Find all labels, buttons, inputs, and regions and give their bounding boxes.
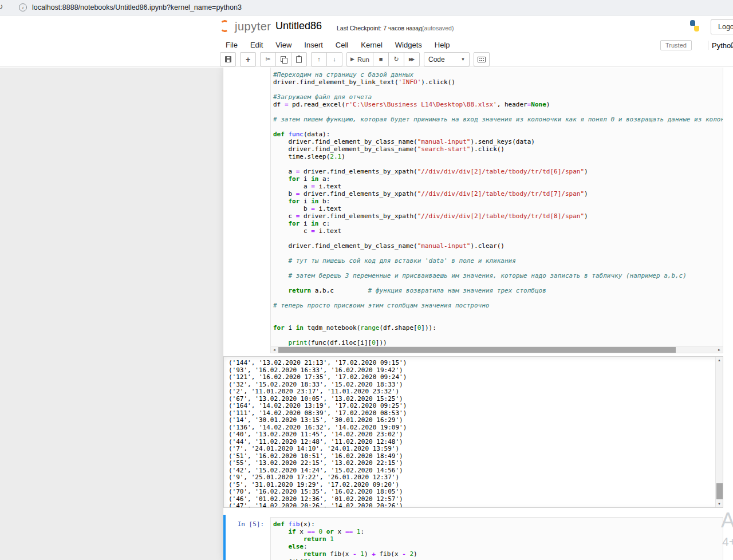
cell-type-value: Code <box>428 56 445 64</box>
horizontal-scrollbar-thumb[interactable] <box>278 347 676 353</box>
menu-item-kernel[interactable]: Kernel <box>354 38 389 52</box>
fast-forward-icon: ▶▶ <box>409 57 415 62</box>
cell-input-prompt: In [5]: <box>226 520 267 528</box>
menu-item-widgets[interactable]: Widgets <box>389 38 428 52</box>
menu-bar: File Edit View Insert Cell Kernel Widget… <box>0 38 456 52</box>
jupyter-logo[interactable]: jupyter <box>219 18 271 34</box>
dropdown-caret-icon: ▼ <box>461 57 465 61</box>
run-cell-button[interactable]: ▶ Run <box>346 52 373 66</box>
cell-type-dropdown[interactable]: Code ▼ <box>424 52 470 66</box>
output-text: ('144', '13.02.2020 21:13', '17.02.2020 … <box>224 357 715 507</box>
cut-cells-button[interactable]: ✂ <box>260 52 276 66</box>
jupyter-header: jupyter Untitled86 Last Checkpoint: 7 ча… <box>0 15 733 67</box>
browser-address-bar: ↻ i localhost:8888/notebooks/Untitled86.… <box>0 0 733 15</box>
move-cell-up-button[interactable]: ↑ <box>311 52 327 66</box>
move-down-icon: ↓ <box>333 56 336 62</box>
clipboard-button-group: ✂ <box>260 52 307 66</box>
notebook-title[interactable]: Untitled86 <box>275 20 322 32</box>
scroll-up-arrow-icon[interactable]: ▲ <box>716 357 723 364</box>
notebook-container: #Переходим на страницу с базой данныхdri… <box>223 68 733 560</box>
logout-button[interactable]: Logout <box>711 19 733 34</box>
copy-cells-button[interactable] <box>275 52 291 66</box>
run-label: Run <box>357 56 369 63</box>
menu-item-view[interactable]: View <box>269 38 298 52</box>
trusted-badge: Trusted <box>660 40 692 50</box>
move-up-icon: ↑ <box>317 56 321 62</box>
code-editor-cell-2[interactable]: def fib(x): if x == 0 or x == 1: return … <box>270 517 723 560</box>
autosave-status: (autosaved) <box>422 25 454 31</box>
insert-cell-below-button[interactable]: + <box>240 52 256 66</box>
output-area[interactable]: ('144', '13.02.2020 21:13', '17.02.2020 … <box>223 356 723 508</box>
run-icon: ▶ <box>350 57 354 62</box>
reload-icon[interactable]: ↻ <box>0 2 3 12</box>
code-cell-selected[interactable]: In [5]: def fib(x): if x == 0 or x == 1:… <box>223 515 726 560</box>
menu-item-help[interactable]: Help <box>428 38 456 52</box>
scroll-left-arrow-icon[interactable]: ◄ <box>271 346 278 353</box>
menu-item-edit[interactable]: Edit <box>244 38 269 52</box>
run-button-group: ▶ Run ■ ↻ ▶▶ <box>346 52 420 66</box>
paste-icon <box>296 56 302 63</box>
menu-item-insert[interactable]: Insert <box>298 38 329 52</box>
url-text[interactable]: localhost:8888/notebooks/Untitled86.ipyn… <box>32 3 242 11</box>
python-logo-icon <box>689 20 700 31</box>
notebook-toolbar: + ✂ ↑ ↓ ▶ Run ■ ↻ ▶▶ Code ▼ <box>0 52 733 66</box>
cut-icon: ✂ <box>265 56 270 62</box>
jupyter-logo-text: jupyter <box>235 20 271 33</box>
keyboard-icon <box>478 57 486 62</box>
code-content-cell-1[interactable]: #Переходим на страницу с базой данныхdri… <box>271 68 723 346</box>
move-cell-button-group: ↑ ↓ <box>311 52 342 66</box>
vertical-scrollbar[interactable]: ▲ ▼ <box>715 357 723 507</box>
restart-icon: ↻ <box>393 56 399 62</box>
menu-item-cell[interactable]: Cell <box>329 38 354 52</box>
stop-icon: ■ <box>379 56 383 62</box>
vertical-scrollbar-thumb[interactable] <box>716 483 723 499</box>
copy-icon <box>281 56 287 63</box>
kernel-name: Python 3 <box>712 41 733 50</box>
paste-cells-button[interactable] <box>291 52 307 66</box>
scroll-right-arrow-icon[interactable]: ► <box>716 346 723 353</box>
code-content-cell-2[interactable]: def fib(x): if x == 0 or x == 1: return … <box>271 518 723 560</box>
save-button[interactable] <box>220 52 236 66</box>
restart-run-all-button[interactable]: ▶▶ <box>404 52 420 66</box>
menu-item-file[interactable]: File <box>219 38 244 52</box>
interrupt-kernel-button[interactable]: ■ <box>373 52 389 66</box>
command-palette-button[interactable] <box>474 52 490 66</box>
restart-kernel-button[interactable]: ↻ <box>388 52 404 66</box>
jupyter-logo-icon <box>219 19 232 33</box>
header-divider <box>708 41 708 50</box>
checkpoint-status: Last Checkpoint: 7 часов назад <box>337 25 422 31</box>
move-cell-down-button[interactable]: ↓ <box>326 52 342 66</box>
notebook-body: #Переходим на страницу с базой данныхdri… <box>0 68 733 560</box>
code-editor-cell-1[interactable]: #Переходим на страницу с базой данныхdri… <box>270 68 723 353</box>
page-info-icon[interactable]: i <box>19 3 27 11</box>
insert-cell-icon: + <box>246 56 250 64</box>
save-icon <box>225 56 231 62</box>
kernel-idle-indicator-icon <box>731 42 733 48</box>
scroll-down-arrow-icon[interactable]: ▼ <box>716 500 723 507</box>
horizontal-scrollbar[interactable]: ◄ ► <box>271 346 723 353</box>
